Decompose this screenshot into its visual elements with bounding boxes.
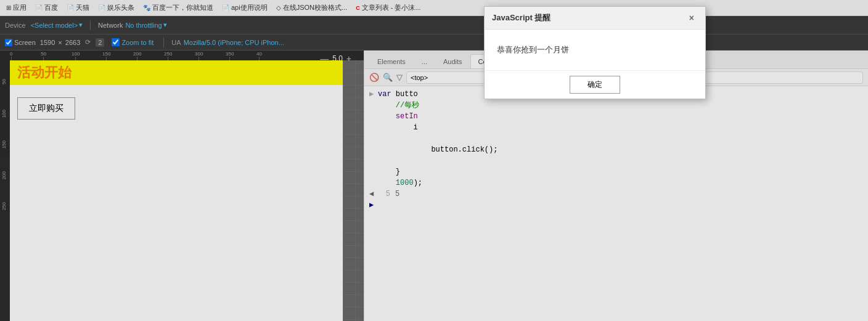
code-text-1: var butto <box>378 89 418 100</box>
tab-elements[interactable]: Elements <box>369 54 414 68</box>
toolbar-divider-2 <box>163 38 164 47</box>
code-text-2: //每秒 <box>378 100 419 111</box>
device-select[interactable]: <Select model> ▾ <box>31 21 83 29</box>
bookmark-apps[interactable]: ⊞ 应用 <box>2 2 30 14</box>
bookmark-baidu-search-label: 百度一下，你就知道 <box>152 3 213 12</box>
code-line-input: ▶ <box>364 200 868 211</box>
buy-button[interactable]: 立即购买 <box>17 97 75 120</box>
bookmarks-bar: ⊞ 应用 📄 百度 📄 天猫 📄 娱乐头条 🐾 百度一下，你就知道 📄 api使… <box>0 0 868 16</box>
rotate-icon[interactable]: ⟳ <box>85 38 91 46</box>
ruler-v-mark-50: 50 <box>1 79 7 84</box>
ruler-mark-350: 350 <box>226 51 234 60</box>
tianmao-icon: 📄 <box>67 4 74 11</box>
code-line-2: //每秒 <box>364 100 868 111</box>
tab-ellipsis[interactable]: ... <box>414 54 435 68</box>
screen-checkbox[interactable] <box>5 39 12 46</box>
zoom-plus-button[interactable]: + <box>346 54 351 63</box>
js-alert-title: JavaScript 提醒 <box>492 12 551 23</box>
bookmark-tianmao-label: 天猫 <box>76 3 89 12</box>
ruler-mark-250: 250 <box>164 51 172 60</box>
bookmark-baidu-label: 百度 <box>44 3 58 12</box>
js-alert-ok-button[interactable]: 确定 <box>570 76 620 94</box>
device-label: Device <box>5 22 26 29</box>
code-text-9: 1000); <box>378 177 422 189</box>
js-alert-close-button[interactable]: × <box>686 12 698 24</box>
js-alert-message: 恭喜你抢到一个月饼 <box>497 45 569 54</box>
bookmark-tianmao[interactable]: 📄 天猫 <box>63 2 93 14</box>
bookmark-yule[interactable]: 📄 娱乐头条 <box>94 2 138 14</box>
code-line-8: } <box>364 166 868 177</box>
js-alert-dialog: JavaScript 提醒 × 恭喜你抢到一个月饼 确定 <box>484 6 706 99</box>
page-preview: 0 50 100 150 <box>0 51 364 321</box>
code-area: ▶ var butto //每秒 setIn i <box>364 86 868 321</box>
bookmark-baidu-search[interactable]: 🐾 百度一下，你就知道 <box>139 2 217 14</box>
devtools-container: Device <Select model> ▾ Network No throt… <box>0 16 868 321</box>
grid-area <box>343 60 364 321</box>
line-num-5: 5 <box>378 189 390 200</box>
bookmark-yule-label: 娱乐头条 <box>107 3 134 12</box>
code-line-9: 1000); <box>364 177 868 189</box>
page-content-area: 50 100 150 200 250 活动开始 立即购买 <box>0 60 364 321</box>
article-icon: C <box>356 5 360 11</box>
screen-info-row: Screen 1590 × 2663 ⟳ 2 Zoom to fit UA Mo… <box>0 35 868 51</box>
code-line-6: button.click(); <box>364 144 868 155</box>
zoom-fit-label: Zoom to fit <box>121 39 154 46</box>
network-section: Network No throttling ▾ <box>98 21 167 29</box>
json-icon: ◇ <box>276 4 281 11</box>
apps-icon: ⊞ <box>6 4 11 11</box>
zoom-count-badge: 2 <box>96 38 104 47</box>
api-icon: 📄 <box>222 4 229 11</box>
code-line-5 <box>364 133 868 144</box>
ruler-horizontal: 0 50 100 150 <box>0 51 364 60</box>
bookmark-article-label: 文章列表 - 姜小沫... <box>362 3 421 12</box>
screen-width: 1590 <box>40 39 55 46</box>
ruler-vertical: 50 100 150 200 250 <box>0 60 10 321</box>
code-line-3: setIn <box>364 111 868 122</box>
ruler-v-mark-100: 100 <box>1 110 7 118</box>
code-line-result: ◀ 5 5 <box>364 189 868 200</box>
code-line-7 <box>364 155 868 166</box>
screen-x-sep: × <box>58 39 62 46</box>
baidu-search-icon: 🐾 <box>143 4 150 11</box>
ruler-mark-300: 300 <box>195 51 203 60</box>
device-model-label: <Select model> <box>31 22 78 29</box>
code-text-8: } <box>378 166 400 177</box>
zoom-fit-button[interactable]: Zoom to fit <box>109 37 156 47</box>
ruler-v-mark-200: 200 <box>1 171 7 179</box>
bookmark-api-label: api使用说明 <box>231 3 268 12</box>
network-label: Network <box>98 22 123 29</box>
code-text-4: i <box>378 122 418 133</box>
ruler-mark-0: 0 <box>10 51 12 60</box>
phone-screen: 活动开始 立即购买 <box>10 60 343 321</box>
throttling-select[interactable]: No throttling ▾ <box>125 21 166 29</box>
ruler-v-mark-250: 250 <box>1 202 7 210</box>
bookmark-json[interactable]: ◇ 在线JSON校验格式... <box>272 2 351 14</box>
main-area: 0 50 100 150 <box>0 51 868 321</box>
code-text-3: setIn <box>378 111 418 122</box>
bookmark-json-label: 在线JSON校验格式... <box>283 3 348 12</box>
ruler-mark-50: 50 <box>41 51 46 60</box>
throttling-chevron-icon: ▾ <box>163 21 167 29</box>
ruler-mark-400: 40 <box>256 51 262 60</box>
tab-audits[interactable]: Audits <box>435 54 470 68</box>
bookmark-api[interactable]: 📄 api使用说明 <box>218 2 271 14</box>
yule-icon: 📄 <box>98 4 105 11</box>
filter-icon[interactable]: 🔍 <box>383 73 393 82</box>
screen-checkbox-item: Screen 1590 × 2663 <box>5 39 80 46</box>
js-alert-body: 恭喜你抢到一个月饼 <box>485 30 705 70</box>
bookmark-apps-label: 应用 <box>13 3 27 12</box>
bookmark-article[interactable]: C 文章列表 - 姜小沫... <box>352 2 424 14</box>
code-text-result: 5 <box>395 189 399 200</box>
code-text-6: button.click(); <box>378 144 497 155</box>
code-arrow-result: ◀ <box>369 189 375 200</box>
phone-body: 立即购买 <box>10 85 343 132</box>
ua-value: Mozilla/5.0 (iPhone; CPU iPhon... <box>184 39 284 46</box>
filter-funnel-icon[interactable]: ▽ <box>396 73 403 82</box>
ban-icon[interactable]: 🚫 <box>369 73 379 82</box>
screen-height: 2663 <box>65 39 80 46</box>
bookmark-baidu[interactable]: 📄 百度 <box>31 2 62 14</box>
zoom-fit-checkbox[interactable] <box>112 38 120 46</box>
phone-title: 活动开始 <box>17 63 72 82</box>
screen-label: Screen <box>14 39 36 46</box>
ruler-mark-100: 100 <box>72 51 80 60</box>
